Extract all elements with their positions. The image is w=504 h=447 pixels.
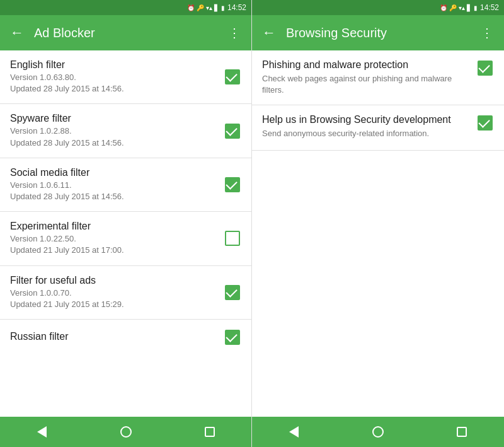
- right-alarm-icon: ⏰: [440, 4, 447, 11]
- left-bottom-nav: [0, 417, 251, 447]
- phishing-protection-checkbox-checked: [478, 61, 493, 76]
- useful-ads-filter-checkbox[interactable]: [224, 284, 241, 301]
- right-back-nav-button[interactable]: [275, 417, 313, 447]
- left-recent-nav-button[interactable]: [191, 417, 229, 447]
- useful-ads-filter-subtitle: Version 1.0.0.70.Updated 21 July 2015 at…: [10, 287, 216, 310]
- russian-filter-checkbox-checked: [225, 330, 240, 345]
- right-menu-button[interactable]: ⋮: [481, 25, 494, 40]
- left-back-nav-button[interactable]: [23, 417, 61, 447]
- phishing-protection-checkbox[interactable]: [476, 59, 494, 77]
- social-media-filter-text: Social media filter Version 1.0.6.11.Upd…: [10, 167, 224, 202]
- spyware-filter-checkbox-checked: [225, 124, 240, 139]
- left-back-nav-icon: [37, 426, 47, 438]
- left-home-nav-icon: [120, 426, 132, 438]
- right-app-bar: ← Browsing Security ⋮: [252, 15, 504, 50]
- left-app-title: Ad Blocker: [34, 26, 218, 40]
- right-recent-nav-button[interactable]: [443, 417, 481, 447]
- right-back-nav-icon: [289, 426, 299, 438]
- wifi-icon: ▾▴: [206, 4, 212, 11]
- browsing-security-dev-title: Help us in Browsing Security development: [262, 114, 469, 125]
- useful-ads-filter-item[interactable]: Filter for useful ads Version 1.0.0.70.U…: [0, 266, 251, 320]
- browsing-security-dev-checkbox-checked: [478, 115, 493, 131]
- right-back-button[interactable]: ←: [262, 25, 276, 41]
- phishing-protection-text: Phishing and malware protection Check we…: [262, 59, 476, 96]
- right-status-time: 14:52: [480, 3, 499, 12]
- useful-ads-filter-checkbox-checked: [225, 285, 240, 300]
- right-key-icon: 🔑: [449, 4, 457, 11]
- right-bottom-nav: [252, 417, 504, 447]
- social-media-filter-item[interactable]: Social media filter Version 1.0.6.11.Upd…: [0, 158, 251, 212]
- social-media-filter-title: Social media filter: [10, 167, 216, 178]
- russian-filter-title: Russian filter: [10, 331, 216, 342]
- key-icon: 🔑: [197, 4, 204, 11]
- right-phone-panel: ⏰ 🔑 ▾▴ ▋ ▮ 14:52 ← Browsing Security ⋮ P…: [252, 0, 504, 447]
- english-filter-subtitle: Version 1.0.63.80.Updated 28 July 2015 a…: [10, 72, 216, 95]
- left-app-bar: ← Ad Blocker ⋮: [0, 15, 251, 50]
- experimental-filter-checkbox-unchecked: [225, 231, 240, 246]
- russian-filter-item[interactable]: Russian filter: [0, 320, 251, 351]
- russian-filter-text: Russian filter: [10, 331, 224, 344]
- left-recent-nav-icon: [205, 427, 215, 437]
- battery-icon: ▮: [221, 4, 225, 11]
- left-phone-panel: ⏰ 🔑 ▾▴ ▋ ▮ 14:52 ← Ad Blocker ⋮ English …: [0, 0, 252, 447]
- english-filter-item[interactable]: English filter Version 1.0.63.80.Updated…: [0, 50, 251, 104]
- social-media-filter-checkbox[interactable]: [224, 176, 241, 194]
- experimental-filter-text: Experimental filter Version 1.0.22.50.Up…: [10, 221, 224, 256]
- phishing-protection-title: Phishing and malware protection: [262, 59, 469, 71]
- spyware-filter-subtitle: Version 1.0.2.88.Updated 28 July 2015 at…: [10, 125, 216, 148]
- experimental-filter-subtitle: Version 1.0.22.50.Updated 21 July 2015 a…: [10, 233, 216, 256]
- signal-icon: ▋: [214, 4, 219, 11]
- right-battery-icon: ▮: [474, 4, 478, 11]
- right-recent-nav-icon: [457, 427, 467, 437]
- browsing-security-dev-text: Help us in Browsing Security development…: [262, 114, 476, 139]
- left-status-time: 14:52: [227, 3, 246, 12]
- spyware-filter-text: Spyware filter Version 1.0.2.88.Updated …: [10, 113, 224, 148]
- left-back-button[interactable]: ←: [10, 25, 24, 41]
- russian-filter-checkbox[interactable]: [224, 328, 241, 346]
- left-menu-button[interactable]: ⋮: [228, 25, 241, 40]
- right-wifi-icon: ▾▴: [459, 4, 465, 11]
- experimental-filter-item[interactable]: Experimental filter Version 1.0.22.50.Up…: [0, 212, 251, 265]
- browsing-security-dev-subtitle: Send anonymous security-related informat…: [262, 128, 469, 139]
- english-filter-title: English filter: [10, 59, 216, 71]
- browsing-security-dev-checkbox[interactable]: [476, 114, 494, 132]
- social-media-filter-subtitle: Version 1.0.6.11.Updated 28 July 2015 at…: [10, 180, 216, 202]
- browsing-security-dev-item[interactable]: Help us in Browsing Security development…: [252, 105, 504, 151]
- right-signal-icon: ▋: [467, 4, 472, 11]
- right-home-nav-icon: [372, 426, 384, 438]
- spyware-filter-item[interactable]: Spyware filter Version 1.0.2.88.Updated …: [0, 104, 251, 158]
- left-status-bar: ⏰ 🔑 ▾▴ ▋ ▮ 14:52: [0, 0, 251, 15]
- right-status-bar: ⏰ 🔑 ▾▴ ▋ ▮ 14:52: [252, 0, 504, 15]
- phishing-protection-item[interactable]: Phishing and malware protection Check we…: [252, 50, 504, 105]
- social-media-filter-checkbox-checked: [225, 177, 240, 192]
- left-filter-list: English filter Version 1.0.63.80.Updated…: [0, 50, 251, 417]
- english-filter-checkbox-checked: [225, 69, 240, 84]
- english-filter-checkbox[interactable]: [224, 68, 241, 86]
- right-security-list: Phishing and malware protection Check we…: [252, 50, 504, 417]
- english-filter-text: English filter Version 1.0.63.80.Updated…: [10, 59, 224, 95]
- right-app-title: Browsing Security: [286, 26, 471, 40]
- alarm-icon: ⏰: [187, 4, 195, 11]
- experimental-filter-checkbox[interactable]: [224, 229, 241, 247]
- phishing-protection-subtitle: Check web pages against our phishing and…: [262, 73, 469, 96]
- useful-ads-filter-title: Filter for useful ads: [10, 275, 216, 286]
- spyware-filter-checkbox[interactable]: [224, 122, 241, 140]
- experimental-filter-title: Experimental filter: [10, 221, 216, 232]
- right-home-nav-button[interactable]: [359, 417, 397, 447]
- spyware-filter-title: Spyware filter: [10, 113, 216, 124]
- useful-ads-filter-text: Filter for useful ads Version 1.0.0.70.U…: [10, 275, 224, 310]
- left-home-nav-button[interactable]: [107, 417, 145, 447]
- left-status-icons: ⏰ 🔑 ▾▴ ▋ ▮: [187, 4, 225, 11]
- right-status-icons: ⏰ 🔑 ▾▴ ▋ ▮: [440, 4, 478, 11]
